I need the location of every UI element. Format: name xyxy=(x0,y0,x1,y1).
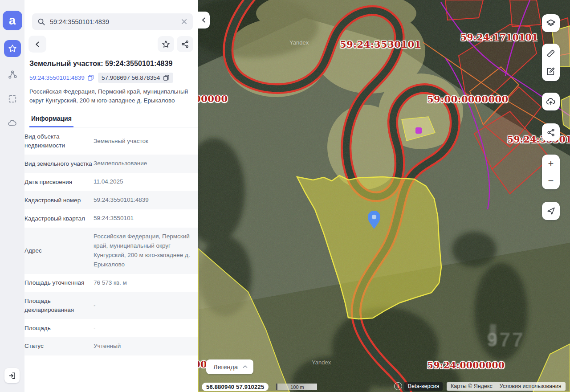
cloud-icon xyxy=(7,118,18,128)
edit-square-icon xyxy=(546,66,556,76)
map-viewport[interactable]: 59:24:3530101 59:24:1710101 59:00:000000… xyxy=(198,0,570,392)
zoom-out-button[interactable]: − xyxy=(542,172,560,189)
table-row: Площадь декларированная- xyxy=(24,292,198,319)
table-row: Вид объекта недвижимостиЗемельный участо… xyxy=(24,128,198,155)
coordinates-chip[interactable]: 57.908697 56.878354 xyxy=(98,73,173,83)
row-value: Земельный участок xyxy=(94,128,198,155)
copy-icon[interactable] xyxy=(87,74,94,81)
legend-button[interactable]: Легенда xyxy=(206,359,253,374)
cursor-coordinates: 56.880940 57.910225 xyxy=(202,383,269,391)
table-row: Кадастровый номер59:24:3550101:4839 xyxy=(24,191,198,209)
table-row: АдресРоссийская Федерация, Пермский край… xyxy=(24,228,198,274)
login-button[interactable] xyxy=(4,368,20,383)
quarter-label-clipped: 59:24:3550101 xyxy=(507,134,570,145)
quarter-label-clipped: 000000 xyxy=(198,93,228,104)
navigate-arrow-icon xyxy=(546,206,556,216)
map-attribution: Карты © Яндекс Условия использования xyxy=(447,382,566,391)
yandex-watermark: Yandex xyxy=(312,359,331,366)
search-bar[interactable] xyxy=(32,13,193,30)
collapse-panel-button[interactable] xyxy=(198,12,210,29)
row-value: 59:24:3550101 xyxy=(94,209,198,228)
row-label: Кадастровый номер xyxy=(24,191,94,209)
row-label: Площадь уточненная xyxy=(24,274,94,292)
row-value: Российская Федерация, Пермский край, мун… xyxy=(94,228,198,274)
dashed-square-icon xyxy=(8,94,17,104)
object-address: Российская Федерация, Пермский край, мун… xyxy=(29,87,193,105)
ruler-icon xyxy=(546,49,556,58)
app-logo-icon[interactable]: a xyxy=(3,11,22,30)
table-row: Площадь уточненная76 573 кв. м xyxy=(24,274,198,292)
search-input[interactable] xyxy=(50,18,176,25)
row-value: 76 573 кв. м xyxy=(94,274,198,292)
cloud-button[interactable] xyxy=(4,114,21,132)
favorite-object-button[interactable] xyxy=(158,36,174,52)
objects-graph-button[interactable] xyxy=(4,66,21,84)
left-rail: a xyxy=(0,0,24,392)
page-title: Земельный участок: 59:24:3550101:4839 xyxy=(29,60,193,68)
login-icon xyxy=(8,372,16,380)
quarter-label: 59:24:0000000 xyxy=(427,360,505,371)
yandex-watermark: Yandex xyxy=(289,39,309,46)
upload-button[interactable] xyxy=(542,93,560,110)
copyright-link[interactable]: Карты © Яндекс xyxy=(451,383,493,389)
measure-edit-group xyxy=(542,44,560,81)
legend-label: Легенда xyxy=(213,363,238,371)
table-row: Вид земельного участкаЗемлепользование xyxy=(24,155,198,173)
zoom-in-button[interactable]: + xyxy=(542,155,560,172)
share-map-button[interactable] xyxy=(542,123,560,141)
zoom-control: + − xyxy=(542,155,560,189)
table-row: СтатусУчтенный xyxy=(24,337,198,355)
app-window: a xyxy=(0,0,570,392)
share-object-button[interactable] xyxy=(177,36,193,52)
polygon-graph-icon xyxy=(7,69,18,80)
layers-button[interactable] xyxy=(542,14,560,32)
attributes-table: Вид объекта недвижимостиЗемельный участо… xyxy=(24,128,198,355)
row-label: Вид объекта недвижимости xyxy=(24,128,94,155)
back-button[interactable] xyxy=(28,36,46,53)
row-value: Землепользование xyxy=(94,155,198,173)
table-row: Дата присвоения11.04.2025 xyxy=(24,173,198,191)
tabs-bar: Информация xyxy=(29,112,198,127)
terms-link[interactable]: Условия использования xyxy=(500,383,562,389)
cadastral-number-link[interactable]: 59:24:3550101:4839 xyxy=(29,74,94,81)
edit-button[interactable] xyxy=(542,62,560,80)
quarter-label: 59:24:1710101 xyxy=(460,32,538,43)
row-label: Кадастровый квартал xyxy=(24,209,94,228)
copy-icon[interactable] xyxy=(163,74,170,81)
row-label: Статус xyxy=(24,337,94,355)
star-outline-icon xyxy=(161,40,171,49)
map-scale-bar: 100 m xyxy=(276,384,317,390)
chevron-left-icon xyxy=(201,17,207,23)
search-icon xyxy=(37,18,45,26)
row-value: - xyxy=(94,292,198,319)
row-label: Адрес xyxy=(24,228,94,274)
clear-search-icon[interactable] xyxy=(181,18,187,25)
row-label: Вид земельного участка xyxy=(24,155,94,173)
cloud-upload-icon xyxy=(546,96,556,107)
table-row: Кадастровый квартал59:24:3550101 xyxy=(24,209,198,228)
cadastral-number-text: 59:24:3550101:4839 xyxy=(29,74,85,81)
quarter-label: 59:24:3530101 xyxy=(340,39,421,50)
beta-badge: Beta-версия xyxy=(404,382,443,391)
row-label: Площадь декларированная xyxy=(24,292,94,319)
row-label: Площадь xyxy=(24,319,94,337)
info-panel: Земельный участок: 59:24:3550101:4839 59… xyxy=(24,0,198,392)
id-watermark: 977 xyxy=(487,329,525,351)
favorites-button[interactable] xyxy=(4,40,21,57)
row-value: 11.04.2025 xyxy=(94,173,198,191)
quarter-label: 59:00:0000000 xyxy=(427,94,509,105)
chevron-up-icon xyxy=(242,364,248,370)
star-icon xyxy=(8,44,17,53)
row-value: - xyxy=(94,319,198,337)
coordinates-text: 57.908697 56.878354 xyxy=(102,74,160,81)
measure-button[interactable] xyxy=(542,45,560,62)
layers-icon xyxy=(546,18,556,29)
row-value: 59:24:3550101:4839 xyxy=(94,191,198,209)
area-select-button[interactable] xyxy=(4,90,21,108)
share-icon xyxy=(181,40,190,49)
info-icon[interactable]: i xyxy=(394,382,402,390)
chevron-left-icon xyxy=(34,41,41,48)
row-label: Дата присвоения xyxy=(24,173,94,191)
locate-button[interactable] xyxy=(542,202,560,220)
tab-information[interactable]: Информация xyxy=(29,112,73,127)
